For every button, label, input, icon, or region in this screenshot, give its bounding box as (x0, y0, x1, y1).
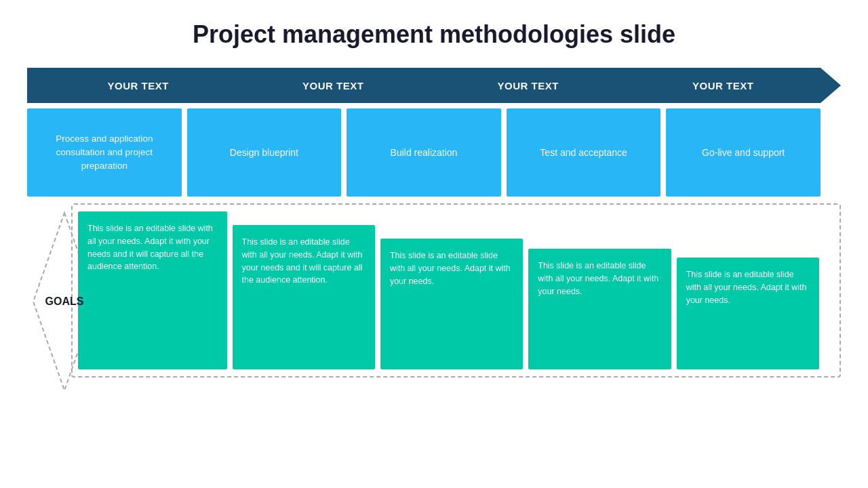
bottom-card-1: This slide is an editable slide with all… (78, 211, 227, 369)
banner-item-2: YOUR TEXT (236, 80, 431, 92)
top-card-5: Go-live and support (666, 108, 821, 197)
bottom-card-5: This slide is an editable slide with all… (677, 258, 819, 369)
top-card-1: Process and application consultation and… (27, 108, 182, 197)
page-title: Project management methodologies slide (193, 20, 675, 49)
bottom-card-4: This slide is an editable slide with all… (528, 249, 671, 369)
top-card-3: Build realization (347, 108, 501, 197)
top-card-2: Design blueprint (187, 108, 342, 197)
bottom-card-3: This slide is an editable slide with all… (380, 239, 523, 369)
top-card-4: Test and acceptance (507, 108, 661, 197)
banner-item-1: YOUR TEXT (41, 80, 236, 92)
banner-item-3: YOUR TEXT (431, 80, 626, 92)
top-cards-row: Process and application consultation and… (27, 108, 841, 197)
goals-section: GOALS This slide is an editable slide wi… (27, 203, 841, 393)
arrow-banner: YOUR TEXT YOUR TEXT YOUR TEXT YOUR TEXT (27, 68, 841, 103)
banner-arrow-tip (821, 68, 841, 103)
goals-content-wrapper: This slide is an editable slide with all… (71, 203, 841, 378)
goals-label: GOALS (45, 296, 84, 308)
bottom-cards-row: This slide is an editable slide with all… (78, 211, 834, 369)
main-content: YOUR TEXT YOUR TEXT YOUR TEXT YOUR TEXT … (27, 68, 841, 393)
banner-sections: YOUR TEXT YOUR TEXT YOUR TEXT YOUR TEXT (41, 68, 821, 103)
banner-item-4: YOUR TEXT (626, 80, 821, 92)
bottom-card-2: This slide is an editable slide with all… (233, 225, 375, 369)
banner-body: YOUR TEXT YOUR TEXT YOUR TEXT YOUR TEXT (27, 68, 821, 103)
